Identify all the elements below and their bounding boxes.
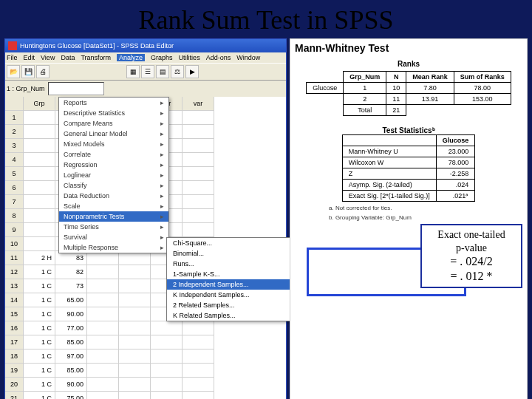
cell-value-input[interactable] (48, 82, 104, 95)
cell[interactable]: 82 (55, 265, 86, 279)
menu-item[interactable]: Reports▸ (59, 98, 168, 108)
save-icon[interactable]: 💾 (21, 65, 35, 78)
cell[interactable] (87, 307, 118, 321)
submenu-item[interactable]: Chi-Square... (167, 238, 291, 248)
cell[interactable] (183, 209, 214, 223)
nonparametric-submenu[interactable]: Chi-Square...Binomial...Runs...1-Sample … (166, 237, 292, 321)
cell[interactable] (119, 265, 150, 279)
cell[interactable]: 1 C (24, 349, 55, 364)
menu-item[interactable]: Survival▸ (59, 232, 168, 242)
cell[interactable] (183, 223, 214, 237)
cell[interactable]: 1 C (24, 364, 55, 378)
menu-item[interactable]: Time Series▸ (59, 222, 168, 232)
submenu-item[interactable]: K Related Samples... (167, 310, 291, 321)
menu-item[interactable]: Correlate▸ (59, 149, 168, 160)
cell[interactable]: 1 C (24, 335, 55, 349)
cell[interactable]: 1 C (24, 392, 55, 399)
cell[interactable] (24, 125, 55, 139)
cell[interactable] (87, 265, 118, 279)
cell[interactable]: 1 C (24, 279, 55, 293)
cell[interactable]: 65.00 (55, 293, 86, 307)
menu-file[interactable]: File (7, 54, 18, 61)
menu-item[interactable]: General Linear Model▸ (59, 129, 168, 139)
cell[interactable] (151, 321, 182, 335)
cell[interactable] (183, 349, 214, 364)
cell[interactable] (87, 279, 118, 293)
menu-item[interactable]: Classify▸ (59, 180, 168, 191)
cell[interactable] (183, 392, 214, 399)
menu-addons[interactable]: Add-ons (206, 54, 231, 61)
open-icon[interactable]: 📂 (7, 65, 20, 78)
cell[interactable]: 75.00 (55, 392, 86, 399)
cell[interactable]: 1 C (24, 307, 55, 321)
cell[interactable] (24, 223, 55, 237)
menu-item[interactable]: Multiple Response▸ (59, 242, 168, 253)
submenu-item[interactable]: 2 Related Samples... (167, 300, 291, 310)
cell[interactable] (119, 293, 150, 307)
cell[interactable]: 85.00 (55, 364, 86, 378)
cell[interactable]: 97.00 (55, 349, 86, 364)
cell[interactable]: 73 (55, 279, 86, 293)
cell[interactable] (87, 293, 118, 307)
cell[interactable] (24, 209, 55, 223)
scale-icon[interactable]: ⚖ (171, 65, 184, 78)
menu-item[interactable]: Nonparametric Tests▸ (59, 211, 168, 222)
cell[interactable] (183, 167, 214, 181)
cell[interactable] (183, 378, 214, 392)
cell[interactable]: 77.00 (55, 321, 86, 335)
cell[interactable] (24, 237, 55, 251)
cell[interactable] (183, 111, 214, 125)
menu-edit[interactable]: Edit (24, 54, 35, 61)
cell[interactable] (24, 195, 55, 209)
menu-item[interactable]: Descriptive Statistics▸ (59, 108, 168, 118)
cell[interactable] (183, 195, 214, 209)
cell[interactable]: 1 C (24, 265, 55, 279)
cell[interactable] (24, 167, 55, 181)
menu-item[interactable]: Compare Means▸ (59, 118, 168, 129)
cell[interactable] (87, 349, 118, 364)
cell[interactable] (151, 364, 182, 378)
menu-item[interactable]: Loglinear▸ (59, 170, 168, 180)
cell[interactable] (87, 364, 118, 378)
cell[interactable] (151, 335, 182, 349)
menu-analyze[interactable]: Analyze (117, 54, 145, 61)
play-icon[interactable]: ▶ (185, 65, 199, 78)
cell[interactable] (183, 125, 214, 139)
menu-item[interactable]: Scale▸ (59, 201, 168, 211)
menu-graphs[interactable]: Graphs (151, 54, 173, 61)
menu-item[interactable]: Regression▸ (59, 160, 168, 170)
cell[interactable] (24, 153, 55, 167)
cell[interactable] (119, 307, 150, 321)
cell[interactable] (119, 335, 150, 349)
cell[interactable] (24, 139, 55, 153)
print-icon[interactable]: 🖨 (36, 65, 50, 78)
cell[interactable] (183, 153, 214, 167)
cell[interactable] (24, 111, 55, 125)
cell[interactable]: 90.00 (55, 378, 86, 392)
chart-icon[interactable]: ▦ (126, 65, 140, 78)
menu-data[interactable]: Data (61, 54, 75, 61)
menu-view[interactable]: View (41, 54, 55, 61)
grid-icon[interactable]: ▤ (156, 65, 169, 78)
cell[interactable] (24, 181, 55, 195)
menu-utilities[interactable]: Utilities (179, 54, 200, 61)
menu-item[interactable]: Data Reduction▸ (59, 191, 168, 201)
cell[interactable] (183, 335, 214, 349)
cell[interactable] (151, 392, 182, 399)
submenu-item[interactable]: K Independent Samples... (167, 290, 291, 300)
submenu-item[interactable]: 1-Sample K-S... (167, 269, 291, 279)
submenu-item[interactable]: Binomial... (167, 248, 291, 259)
cell[interactable] (119, 392, 150, 399)
cell[interactable] (151, 378, 182, 392)
menu-transform[interactable]: Transform (81, 54, 111, 61)
submenu-item[interactable]: Runs... (167, 259, 291, 269)
submenu-item[interactable]: 2 Independent Samples... (167, 279, 291, 290)
menubar[interactable]: File Edit View Data Transform Analyze Gr… (5, 52, 286, 63)
cell[interactable]: 1 C (24, 378, 55, 392)
cell[interactable] (151, 349, 182, 364)
cell[interactable]: 1 C (24, 293, 55, 307)
cell[interactable] (87, 392, 118, 399)
cell[interactable] (119, 279, 150, 293)
cell[interactable] (119, 364, 150, 378)
column-header[interactable]: Grp (24, 97, 55, 111)
